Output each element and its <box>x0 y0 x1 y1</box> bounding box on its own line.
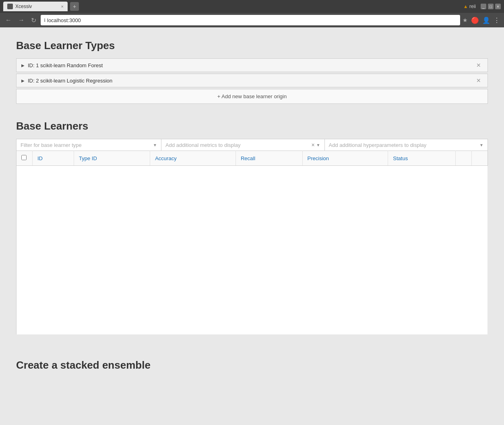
accordion-item-2[interactable]: ▶ ID: 2 scikit-learn Logistic Regression… <box>16 74 488 87</box>
filter-type-placeholder: Filter for base learner type <box>21 142 153 148</box>
hyperparams-select[interactable]: Add additional hyperparameters to displa… <box>325 139 488 151</box>
table-header-checkbox[interactable] <box>17 151 33 166</box>
accordion-item-1-label: ID: 1 scikit-learn Random Forest <box>28 62 475 68</box>
table-header-status[interactable]: Status <box>388 151 456 166</box>
table-header-actions-2 <box>472 151 488 166</box>
table-header-accuracy[interactable]: Accuracy <box>150 151 236 166</box>
security-icon: ℹ <box>44 18 45 23</box>
tab-title: Xcessiv <box>15 4 32 9</box>
browser-titlebar: Xcessiv × + ▲ reii _ □ × <box>0 0 504 13</box>
chevron-right-icon-2: ▶ <box>21 78 25 83</box>
forward-button[interactable]: → <box>16 16 27 25</box>
table-header-row: ID Type ID Accuracy Recall Precision Sta… <box>17 151 488 166</box>
table-header-actions <box>456 151 472 166</box>
avatar-button[interactable]: 👤 <box>481 16 491 25</box>
toolbar-icons: 🔴 👤 ⋮ <box>470 16 501 25</box>
accordion-item-1-remove[interactable]: ✕ <box>475 62 483 68</box>
accordion-item-1[interactable]: ▶ ID: 1 scikit-learn Random Forest ✕ <box>16 58 488 72</box>
browser-toolbar: ← → ↻ ℹ ★ 🔴 👤 ⋮ <box>0 13 504 27</box>
create-ensemble-title: Create a stacked ensemble <box>16 359 488 371</box>
table-header-id[interactable]: ID <box>33 151 74 166</box>
menu-button[interactable]: ⋮ <box>493 16 501 25</box>
refresh-button[interactable]: ↻ <box>29 16 38 25</box>
empty-table-cell <box>17 166 488 335</box>
add-base-learner-button[interactable]: + Add new base learner origin <box>16 89 488 104</box>
filter-type-arrow: ▼ <box>153 143 157 147</box>
metrics-clear-btn[interactable]: × <box>311 142 314 148</box>
base-learner-types-title: Base Learner Types <box>16 39 488 52</box>
filter-type-select[interactable]: Filter for base learner type ▼ <box>17 139 161 151</box>
empty-table-row <box>17 166 488 335</box>
base-learners-section: Base Learners Filter for base learner ty… <box>16 120 488 335</box>
filter-row: Filter for base learner type ▼ Add addit… <box>16 139 488 151</box>
extensions-button[interactable]: 🔴 <box>470 16 480 25</box>
browser-tab[interactable]: Xcessiv × <box>3 2 68 11</box>
table-header-precision[interactable]: Precision <box>302 151 388 166</box>
metrics-placeholder: Add additional metrics to display <box>165 142 311 148</box>
chevron-right-icon: ▶ <box>21 63 25 68</box>
new-tab-button[interactable]: + <box>70 2 79 11</box>
base-learners-title: Base Learners <box>16 120 488 132</box>
window-controls: ▲ reii _ □ × <box>463 4 501 9</box>
username-label: ▲ reii <box>463 4 476 9</box>
hyperparams-placeholder: Add additional hyperparameters to displa… <box>329 142 480 148</box>
back-button[interactable]: ← <box>3 16 14 25</box>
bookmark-button[interactable]: ★ <box>463 17 468 23</box>
table-body <box>17 166 488 335</box>
tab-favicon <box>7 4 13 9</box>
accordion-item-2-remove[interactable]: ✕ <box>475 77 483 84</box>
maximize-button[interactable]: □ <box>488 4 494 9</box>
address-bar-container: ℹ <box>41 15 460 25</box>
accordion-list: ▶ ID: 1 scikit-learn Random Forest ✕ ▶ I… <box>16 58 488 87</box>
address-input[interactable] <box>47 17 457 23</box>
close-button[interactable]: × <box>495 4 501 9</box>
table-header-recall[interactable]: Recall <box>235 151 302 166</box>
page-content: Base Learner Types ▶ ID: 1 scikit-learn … <box>0 27 504 425</box>
hyperparams-arrow: ▼ <box>479 143 483 147</box>
metrics-arrow: ▼ <box>316 143 320 147</box>
select-all-checkbox[interactable] <box>21 155 27 160</box>
table-header-type-id[interactable]: Type ID <box>74 151 150 166</box>
tab-close-btn[interactable]: × <box>61 4 64 9</box>
base-learners-table: ID Type ID Accuracy Recall Precision Sta… <box>16 151 488 335</box>
minimize-button[interactable]: _ <box>481 4 486 9</box>
metrics-select[interactable]: Add additional metrics to display × ▼ <box>161 139 325 151</box>
accordion-item-2-label: ID: 2 scikit-learn Logistic Regression <box>28 78 475 84</box>
warning-icon: ▲ <box>463 4 468 9</box>
create-ensemble-section: Create a stacked ensemble <box>16 359 488 371</box>
